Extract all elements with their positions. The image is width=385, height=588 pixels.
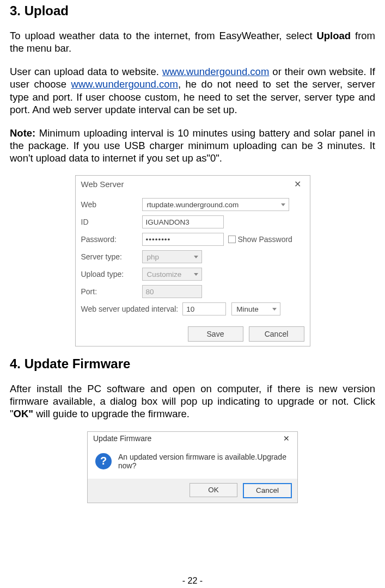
port-input: 80 — [142, 285, 202, 298]
show-password-label: Show Password — [238, 235, 292, 244]
id-input[interactable]: IGUANDON3 — [142, 215, 224, 228]
close-icon[interactable]: ✕ — [290, 179, 305, 189]
interval-unit-value: Minute — [236, 305, 259, 313]
text: User can upload data to website. — [10, 66, 162, 77]
close-icon[interactable]: ✕ — [279, 434, 294, 443]
text: To upload weather data to the internet, … — [10, 30, 316, 41]
chevron-down-icon — [194, 273, 198, 276]
upload-paragraph-1: To upload weather data to the internet, … — [10, 29, 375, 54]
bold-ok: OK" — [14, 408, 34, 419]
interval-unit-select[interactable]: Minute — [231, 302, 280, 315]
chevron-down-icon — [194, 256, 198, 258]
section-upload-heading: 3. Upload — [10, 3, 375, 18]
note-label: Note: — [10, 127, 35, 139]
port-label: Port: — [81, 287, 142, 296]
upload-note-paragraph: Note: Minimum uploading interval is 10 m… — [10, 127, 375, 164]
server-type-label: Server type: — [81, 252, 142, 261]
chevron-down-icon — [281, 203, 285, 206]
section-update-firmware-heading: 4. Update Firmware — [10, 356, 375, 372]
web-server-dialog: Web Server ✕ Web rtupdate.wunderground.c… — [75, 175, 310, 346]
password-label: Password: — [81, 235, 142, 244]
question-icon: ? — [95, 453, 112, 469]
show-password-checkbox[interactable] — [228, 236, 236, 243]
link-wunderground-2[interactable]: www.wundergound.com — [71, 78, 178, 90]
cancel-button[interactable]: Cancel — [249, 326, 304, 342]
id-label: ID — [81, 218, 142, 226]
dialog-titlebar: Web Server ✕ — [76, 176, 310, 191]
ok-button[interactable]: OK — [190, 483, 237, 497]
upload-type-select: Customize — [142, 268, 202, 281]
dialog-titlebar: Update Firmware ✕ — [88, 432, 297, 445]
interval-input[interactable]: 10 — [182, 302, 226, 315]
text: Minimum uploading interval is 10 minutes… — [10, 127, 375, 164]
upload-paragraph-2: User can upload data to website. www.wun… — [10, 65, 375, 116]
password-input[interactable]: •••••••• — [142, 233, 224, 246]
update-firmware-dialog: Update Firmware ✕ ? An updated version f… — [87, 431, 298, 503]
update-message: An updated version firmware is available… — [118, 453, 291, 470]
web-select[interactable]: rtupdate.wunderground.com — [142, 198, 289, 211]
link-wunderground-1[interactable]: www.wundergound.com — [162, 66, 269, 77]
server-type-select: php — [142, 250, 202, 263]
interval-label: Web server updated interval: — [81, 305, 179, 313]
text: will guide to upgrade the firmware. — [33, 408, 190, 419]
dialog-title: Web Server — [81, 180, 124, 189]
update-firmware-paragraph: After install the PC software and open o… — [10, 382, 375, 420]
upload-type-value: Customize — [147, 270, 182, 278]
chevron-down-icon — [272, 308, 277, 311]
cancel-button[interactable]: Cancel — [243, 483, 292, 498]
bold-upload: Upload — [316, 30, 351, 41]
save-button[interactable]: Save — [188, 326, 243, 342]
upload-type-label: Upload type: — [81, 270, 142, 278]
web-label: Web — [81, 200, 142, 209]
dialog-title: Update Firmware — [93, 434, 151, 443]
page-number: - 22 - — [0, 576, 385, 586]
server-type-value: php — [147, 253, 160, 261]
web-value: rtupdate.wunderground.com — [147, 201, 239, 209]
